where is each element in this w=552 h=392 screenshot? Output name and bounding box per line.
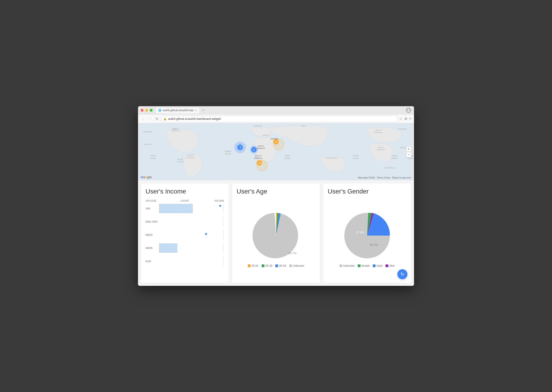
legend-label-unknown-gender: Unknown <box>343 264 355 267</box>
income-chart-card: User's Income ZIPCODE COUNT INCOME V8S <box>141 183 229 283</box>
legend-item-female: female <box>358 264 370 267</box>
bookmark-icon[interactable]: ☆ <box>399 117 402 121</box>
title-bar: 🌐 auth0.github.io/auth0-das × + <box>138 106 414 114</box>
toolbar-icons: ☆ ⚙ ≡ <box>399 117 411 121</box>
count-bar <box>159 244 211 253</box>
map-container: Indian Ocean Pacific Ocean Atlantic Ocea… <box>138 124 414 180</box>
legend-color-25-29 <box>262 265 264 267</box>
legend-label-30-34: 30-34 <box>279 264 286 267</box>
legend-color-female <box>358 265 361 267</box>
legend-label-male: male <box>377 264 382 267</box>
count-bar <box>159 204 211 213</box>
svg-text:AMERICA: AMERICA <box>187 157 195 159</box>
svg-text:Indian: Indian <box>285 155 290 157</box>
male-pct-label: 27.6% <box>356 231 365 234</box>
refresh-button[interactable]: ↻ <box>397 269 407 279</box>
tab-close-button[interactable]: × <box>195 108 197 112</box>
svg-text:AMERICA: AMERICA <box>374 131 383 133</box>
zip-label: 88095 <box>145 247 159 249</box>
income-chart-title: User's Income <box>145 188 224 195</box>
svg-text:ASIA: ASIA <box>301 125 306 127</box>
back-button[interactable]: ‹ <box>141 116 146 121</box>
new-tab-button[interactable]: + <box>200 107 206 113</box>
legend-color-unknown-gender <box>340 265 342 267</box>
close-button[interactable] <box>141 109 144 112</box>
count-bar <box>159 257 211 266</box>
reload-button[interactable]: ↻ <box>154 116 160 121</box>
table-row: 88095 <box>145 244 224 253</box>
svg-text:EUROPE: EUROPE <box>254 125 262 127</box>
tab-bar: 🌐 auth0.github.io/auth0-das × + <box>155 107 406 113</box>
unknown-pct-label: 68.3% <box>370 243 378 246</box>
svg-text:SOUTH: SOUTH <box>378 147 384 148</box>
svg-text:Pacific: Pacific <box>177 158 183 160</box>
legend-item-30-34: 30-34 <box>275 264 286 267</box>
svg-text:Atlantic: Atlantic <box>225 150 232 152</box>
svg-text:Pacific: Pacific <box>353 155 359 157</box>
legend-color-other <box>385 265 388 267</box>
maximize-button[interactable] <box>150 109 153 112</box>
legend-label-unknown: Unknown <box>293 264 304 267</box>
zoom-in-button[interactable]: + <box>406 147 411 152</box>
gender-chart-title: User's Gender <box>328 188 407 195</box>
map-marker-2[interactable]: 2 <box>251 147 257 153</box>
svg-text:Ocean: Ocean <box>407 157 414 159</box>
north-america-label: NORTHAMERICA <box>257 145 265 150</box>
legend-item-25-29: 25-29 <box>262 264 272 267</box>
minimize-button[interactable] <box>145 109 148 112</box>
income-indicator <box>211 257 224 266</box>
legend-label-other: othe <box>389 264 394 267</box>
url-text: auth0.github.io/auth0-dashboard-widget/ <box>168 117 221 120</box>
map-footer: Map data ©2016 Terms of Use Report a map… <box>358 176 411 179</box>
count-header: COUNT <box>159 200 211 202</box>
active-tab[interactable]: 🌐 auth0.github.io/auth0-das × <box>155 107 200 113</box>
svg-text:NORTH: NORTH <box>375 129 382 131</box>
svg-text:Atlantic: Atlantic <box>391 155 398 157</box>
legend-item-other: othe <box>385 264 394 267</box>
svg-text:AMERICA: AMERICA <box>377 149 385 151</box>
charts-section: User's Income ZIPCODE COUNT INCOME V8S <box>138 180 414 286</box>
legend-label-female: female <box>361 264 370 267</box>
svg-text:AUSTRALIA: AUSTRALIA <box>326 157 337 159</box>
svg-text:Ocean: Ocean <box>150 157 156 159</box>
menu-icon[interactable]: ≡ <box>409 117 411 121</box>
legend-item-unknown: Unknown <box>289 264 304 267</box>
zoom-out-button[interactable]: − <box>406 152 411 157</box>
map-zoom-controls: + − <box>406 147 411 157</box>
svg-text:Ocean: Ocean <box>392 157 398 159</box>
svg-text:Ocean: Ocean <box>353 157 359 159</box>
age-main-label: 96.7% <box>288 252 297 255</box>
page-content: Indian Ocean Pacific Ocean Atlantic Ocea… <box>138 124 414 286</box>
age-chart-card: User's Age <box>232 183 320 283</box>
age-chart-title: User's Age <box>237 188 315 195</box>
svg-text:SOUTH: SOUTH <box>187 154 194 156</box>
table-row: 6230 <box>145 257 224 266</box>
svg-text:EUROPE: EUROPE <box>398 128 407 130</box>
zip-label: NW3 7WD <box>145 220 159 223</box>
zip-label: V8S <box>145 207 159 210</box>
europe-label: EUROPE <box>270 138 278 140</box>
table-row: V8S <box>145 204 224 213</box>
map-marker-3[interactable]: 3 <box>237 144 243 150</box>
svg-text:AUSTRALIA: AUSTRALIA <box>384 167 396 169</box>
forward-button[interactable]: › <box>148 116 153 121</box>
profile-icon[interactable] <box>406 108 411 113</box>
terms-of-use-link[interactable]: Terms of Use <box>377 176 390 179</box>
zip-label: 98029 <box>145 233 159 236</box>
svg-text:Ocean: Ocean <box>225 153 231 155</box>
income-header: ZIPCODE COUNT INCOME <box>145 200 224 202</box>
age-legend: 20-24 25-29 30-34 Unknown <box>248 264 304 267</box>
url-bar[interactable]: 🔒 auth0.github.io/auth0-dashboard-widget… <box>161 116 397 122</box>
zipcode-header: ZIPCODE <box>145 200 159 202</box>
legend-color-unknown <box>289 265 292 267</box>
income-indicator <box>211 244 224 253</box>
svg-text:EUROPE: EUROPE <box>144 131 152 133</box>
map-marker-25[interactable]: 25 <box>256 160 262 166</box>
table-row: 98029 <box>145 230 224 239</box>
settings-icon[interactable]: ⚙ <box>404 117 407 121</box>
browser-window: 🌐 auth0.github.io/auth0-das × + ‹ › ↻ 🔒 … <box>138 106 414 286</box>
svg-text:Indian: Indian <box>150 155 156 157</box>
south-america-label: SOUTHAMERICA <box>254 155 262 160</box>
legend-label-20-24: 20-24 <box>251 264 258 267</box>
report-error-link[interactable]: Report a map error <box>392 176 411 179</box>
